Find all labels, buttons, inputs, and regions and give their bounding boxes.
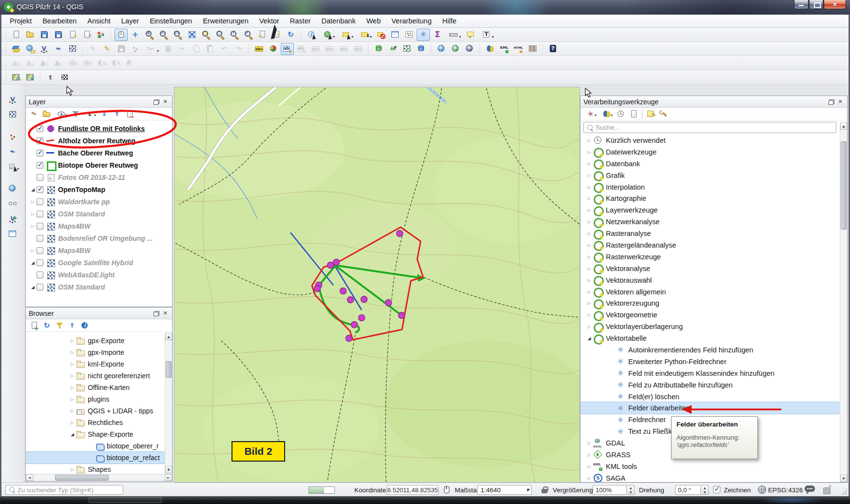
- tb-map-edit-plugin[interactable]: [23, 71, 37, 83]
- scroll-left-icon[interactable]: ◄: [26, 474, 33, 481]
- processing-panel-float-button[interactable]: [827, 98, 835, 106]
- proc-expander-icon[interactable]: [585, 196, 593, 201]
- layer-fotos-or-2018-12-11[interactable]: Fotos OR 2018-12-11: [26, 171, 172, 183]
- proc-expander-icon[interactable]: [585, 243, 593, 248]
- tb-add-vector-layer-side[interactable]: V: [5, 93, 20, 106]
- lt-add-group[interactable]: [41, 109, 53, 119]
- tb-metasearch[interactable]: [435, 43, 448, 55]
- tb-add-vector-layer[interactable]: [23, 43, 37, 55]
- browser-vertical-scrollbar[interactable]: ▲ ▼: [165, 333, 172, 473]
- tb-add-spatialite-side[interactable]: ✒: [5, 145, 20, 158]
- tb-statistical-summary[interactable]: [403, 29, 416, 41]
- proc-felder-überarbeiten[interactable]: Felder überarbeiten: [580, 402, 839, 414]
- browser-horizontal-scrollbar[interactable]: ◄ ►: [26, 474, 172, 481]
- tb-show-sum[interactable]: Σ: [431, 29, 444, 41]
- tb-select-features[interactable]: [337, 29, 355, 41]
- plugin-notification-icon[interactable]: [822, 485, 832, 495]
- browser-expander-icon[interactable]: [69, 350, 76, 355]
- browser-panel-close-button[interactable]: [161, 310, 169, 317]
- tb-add-virtual-layer[interactable]: [5, 227, 20, 240]
- menu-raster[interactable]: Raster: [285, 15, 316, 27]
- scroll-down-icon[interactable]: ▼: [165, 466, 172, 473]
- tb-layout-manager[interactable]: [80, 29, 93, 41]
- tb-processing-toolbox[interactable]: ✳: [417, 29, 430, 41]
- layer-maps4bw-2[interactable]: Maps4BW: [26, 244, 172, 256]
- layer-expander-icon[interactable]: [29, 187, 37, 192]
- coordinate-input[interactable]: [386, 485, 439, 495]
- tb-text-annotation[interactable]: T: [478, 29, 495, 41]
- menu-ansicht[interactable]: Ansicht: [82, 15, 116, 27]
- tb-profile-tool[interactable]: t: [44, 71, 57, 83]
- processing-panel-close-button[interactable]: [836, 98, 844, 106]
- tb-web-map[interactable]: [463, 43, 476, 55]
- tb-zoom-full[interactable]: [185, 29, 198, 41]
- tb-web-service[interactable]: [449, 43, 462, 55]
- proc-kml-tools[interactable]: KML tools: [580, 461, 839, 472]
- lt-manage-map-themes[interactable]: [54, 109, 69, 119]
- scroll-up-icon[interactable]: ▲: [840, 122, 847, 130]
- processing-vertical-scrollbar[interactable]: ▲ ▼: [840, 122, 847, 482]
- window-maximize-button[interactable]: [809, 0, 823, 9]
- browser-kml-exporte[interactable]: kml-Exporte: [26, 358, 172, 370]
- title-bar[interactable]: QGIS Pilzfr 14 - QGIS: [0, 0, 850, 15]
- proc-vektortabelle[interactable]: Vektortabelle: [580, 332, 839, 344]
- tb-new-print-layout[interactable]: [66, 29, 79, 41]
- locator-input[interactable]: [18, 486, 123, 494]
- tb-map-tips[interactable]: [464, 29, 477, 41]
- layer-maps4bw[interactable]: Maps4BW: [26, 220, 172, 232]
- tb-add-raster-layer-side[interactable]: [5, 108, 20, 121]
- layer-osm-standard[interactable]: OSM Standard: [26, 208, 172, 220]
- tb-show-bookmarks[interactable]: [270, 29, 283, 41]
- browser-expander-icon[interactable]: [69, 397, 76, 402]
- proc-expander-icon[interactable]: [585, 254, 593, 259]
- tb-new-shapefile-layer[interactable]: [5, 160, 20, 173]
- tb-zoom-to-layer[interactable]: [199, 29, 212, 41]
- browser-expander-icon[interactable]: [69, 373, 76, 378]
- browser-rechtliches[interactable]: Rechtliches: [26, 417, 172, 428]
- tb-add-wms-layer[interactable]: [5, 182, 20, 195]
- scroll-up-icon[interactable]: ▲: [165, 333, 172, 340]
- lt-collapse-all[interactable]: ⇑: [111, 109, 123, 119]
- rotation-input[interactable]: [675, 485, 701, 495]
- proc-feld-mit-eindeutigem-klassenindex-hinzufügen[interactable]: Feld mit eindeutigem Klassenindex hinzuf…: [580, 368, 839, 379]
- tb-new-raster-layer[interactable]: [400, 43, 413, 55]
- tb-save-project[interactable]: [38, 29, 51, 41]
- rotation-spinner[interactable]: ▲▼: [701, 485, 709, 495]
- layer-visibility-checkbox[interactable]: [37, 198, 43, 205]
- menu-datenbank[interactable]: Datenbank: [316, 15, 361, 27]
- tb-add-delimited-text[interactable]: V: [38, 43, 51, 55]
- proc-expander-icon[interactable]: [585, 464, 593, 469]
- menu-bearbeiten[interactable]: Bearbeiten: [37, 15, 82, 27]
- tb-deselect-features[interactable]: [374, 29, 387, 41]
- tb-new-geopackage-layer[interactable]: [372, 43, 385, 55]
- scrollbar-thumb[interactable]: [55, 475, 109, 481]
- scroll-down-icon[interactable]: ▼: [840, 475, 847, 482]
- browser-expander-icon[interactable]: [69, 385, 76, 390]
- tb-toggle-editing[interactable]: ✎: [100, 43, 114, 55]
- window-close-button[interactable]: [824, 0, 846, 9]
- proc-datenbank[interactable]: Datenbank: [580, 158, 839, 170]
- tb-help[interactable]: ?: [546, 43, 560, 55]
- layer-expander-icon[interactable]: [29, 248, 37, 253]
- scrollbar-thumb[interactable]: [841, 141, 847, 230]
- layer-visibility-checkbox[interactable]: [37, 162, 43, 169]
- proc-expander-icon[interactable]: [585, 290, 593, 294]
- proc-expander-icon[interactable]: [585, 219, 593, 224]
- tb-new-project[interactable]: [9, 29, 22, 41]
- proc-vektorlayerüberlagerung[interactable]: Vektorlayerüberlagerung: [580, 321, 839, 332]
- windows-taskbar[interactable]: [0, 496, 850, 504]
- layer-bodenrelief-or-umgebung[interactable]: Bodenrelief OR Umgebung ...: [26, 232, 172, 244]
- proc-vektorgeometrie[interactable]: Vektorgeometrie: [580, 309, 839, 321]
- proc-expander-icon[interactable]: [585, 312, 593, 317]
- layer-bäche-oberer-reutweg[interactable]: Bäche Oberer Reutweg: [26, 147, 172, 159]
- tb-open-attribute-table[interactable]: [388, 29, 402, 41]
- resize-grip[interactable]: [841, 488, 847, 495]
- bt-collapse-all-browser[interactable]: ⇑: [66, 320, 78, 331]
- proc-expander-icon[interactable]: [585, 278, 593, 283]
- layer-fundliste-or-mit-fotolinks[interactable]: Fundliste OR mit Fotolinks: [26, 122, 172, 135]
- tb-select-by-expression[interactable]: [356, 29, 373, 41]
- browser-expander-icon[interactable]: [69, 432, 76, 437]
- tb-add-wcs-layer[interactable]: [5, 197, 20, 210]
- map-canvas[interactable]: Bild 2: [174, 87, 580, 483]
- crs-label[interactable]: EPSG:4326: [768, 486, 803, 494]
